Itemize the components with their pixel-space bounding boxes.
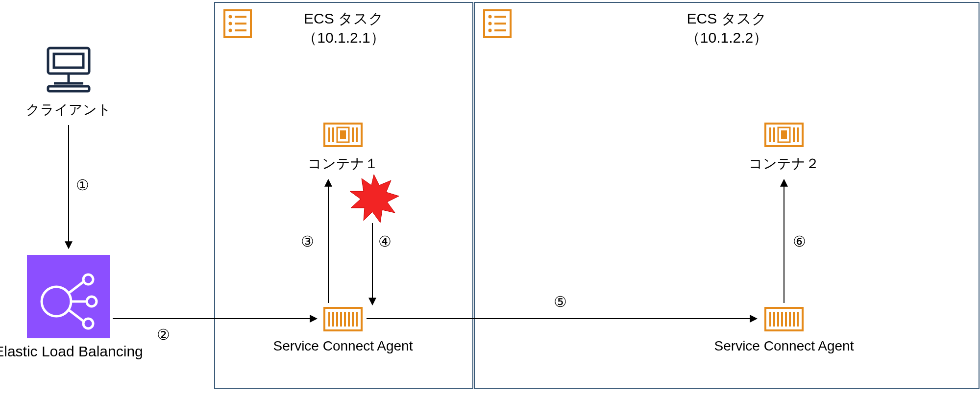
elb-label: Elastic Load Balancing [0,343,147,360]
svg-rect-53 [781,130,787,139]
svg-marker-27 [350,175,399,223]
step-3-label: ③ [301,233,314,250]
ecs-task-2: ECS タスク （10.1.2.2） [474,2,980,389]
arrow-5 [367,314,761,324]
step-1-label: ① [76,176,89,194]
svg-point-43 [489,29,492,32]
arrow-4 [368,223,377,309]
task1-title-line2: （10.1.2.1） [302,29,385,46]
client-icon [39,45,98,94]
error-icon [347,172,401,226]
task2-title-line2: （10.1.2.2） [686,29,768,46]
task1-container-label: コンテナ１ [294,154,392,173]
task1-container-icon [323,123,363,147]
task2-agent-icon [764,307,804,331]
task1-agent-label: Service Connect Agent [265,338,421,354]
svg-point-14 [229,15,232,19]
step-2-label: ② [157,326,170,343]
svg-point-42 [489,22,492,25]
task2-list-icon [483,9,512,38]
task1-agent-icon [323,307,363,331]
arrow-6 [779,176,789,308]
svg-point-6 [42,287,71,316]
svg-rect-1 [54,54,83,68]
task2-container-label: コンテナ２ [735,154,833,173]
svg-point-16 [229,29,232,32]
svg-point-15 [229,22,232,25]
task2-agent-label: Service Connect Agent [706,338,862,354]
svg-point-9 [83,319,93,328]
arrow-1 [64,125,74,252]
svg-point-8 [87,297,97,306]
client-label: クライアント [20,100,118,119]
step-4-label: ④ [378,233,392,250]
task1-title-line1: ECS タスク [304,10,384,26]
svg-point-41 [489,15,492,19]
diagram-canvas: クライアント ① Elastic Load Balancing ECS タスク … [0,0,980,402]
svg-line-12 [69,310,83,321]
svg-point-7 [83,275,93,284]
task1-list-icon [223,9,252,38]
task2-container-icon [764,123,804,147]
arrow-2 [113,314,321,324]
step-6-label: ⑥ [793,233,806,250]
task2-title-line1: ECS タスク [686,10,766,26]
elb-icon [27,255,110,338]
step-5-label: ⑤ [554,293,567,310]
arrow-3 [323,176,333,308]
svg-rect-26 [340,130,346,139]
svg-line-10 [69,282,83,293]
svg-rect-4 [48,86,89,91]
